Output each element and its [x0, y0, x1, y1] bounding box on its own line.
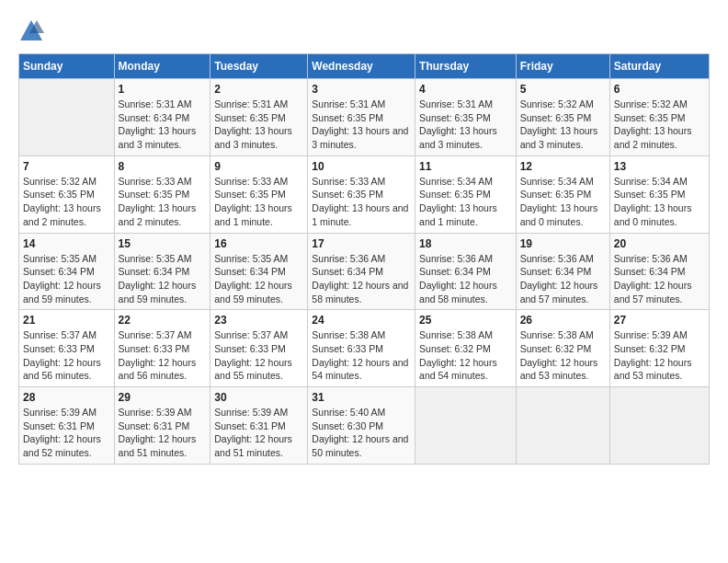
- cell-info: Sunrise: 5:34 AMSunset: 6:35 PMDaylight:…: [419, 175, 512, 229]
- calendar-cell: 21Sunrise: 5:37 AMSunset: 6:33 PMDayligh…: [19, 310, 115, 387]
- calendar-header-wednesday: Wednesday: [308, 54, 415, 79]
- logo-icon: [18, 18, 44, 44]
- page-header: [18, 18, 710, 44]
- cell-info: Sunrise: 5:36 AMSunset: 6:34 PMDaylight:…: [419, 252, 512, 306]
- cell-day-number: 20: [614, 237, 705, 250]
- calendar-cell: 5Sunrise: 5:32 AMSunset: 6:35 PMDaylight…: [516, 79, 609, 156]
- calendar-cell: 4Sunrise: 5:31 AMSunset: 6:35 PMDaylight…: [415, 79, 517, 156]
- cell-info: Sunrise: 5:34 AMSunset: 6:35 PMDaylight:…: [614, 175, 705, 229]
- calendar-cell: [415, 387, 517, 465]
- calendar-week-row: 28Sunrise: 5:39 AMSunset: 6:31 PMDayligh…: [19, 387, 710, 465]
- cell-info: Sunrise: 5:38 AMSunset: 6:33 PMDaylight:…: [312, 328, 411, 383]
- cell-day-number: 11: [419, 160, 512, 173]
- cell-day-number: 17: [312, 237, 411, 250]
- calendar-cell: 2Sunrise: 5:31 AMSunset: 6:35 PMDaylight…: [210, 79, 308, 156]
- cell-info: Sunrise: 5:37 AMSunset: 6:33 PMDaylight:…: [214, 328, 303, 383]
- cell-day-number: 27: [614, 314, 705, 327]
- calendar-cell: 23Sunrise: 5:37 AMSunset: 6:33 PMDayligh…: [210, 310, 308, 387]
- cell-info: Sunrise: 5:33 AMSunset: 6:35 PMDaylight:…: [214, 175, 303, 229]
- calendar-cell: [19, 79, 115, 156]
- calendar-cell: 28Sunrise: 5:39 AMSunset: 6:31 PMDayligh…: [19, 387, 115, 465]
- cell-info: Sunrise: 5:32 AMSunset: 6:35 PMDaylight:…: [23, 175, 110, 229]
- cell-day-number: 10: [312, 160, 411, 173]
- cell-info: Sunrise: 5:40 AMSunset: 6:30 PMDaylight:…: [312, 406, 411, 460]
- cell-day-number: 4: [419, 83, 512, 96]
- cell-day-number: 6: [614, 83, 705, 96]
- cell-info: Sunrise: 5:38 AMSunset: 6:32 PMDaylight:…: [520, 328, 606, 383]
- calendar-cell: [609, 387, 709, 465]
- cell-day-number: 30: [214, 391, 303, 404]
- cell-day-number: 5: [520, 83, 606, 96]
- calendar-cell: 16Sunrise: 5:35 AMSunset: 6:34 PMDayligh…: [210, 233, 308, 310]
- calendar-cell: 29Sunrise: 5:39 AMSunset: 6:31 PMDayligh…: [114, 387, 210, 465]
- cell-day-number: 21: [23, 314, 110, 327]
- calendar-week-row: 1Sunrise: 5:31 AMSunset: 6:34 PMDaylight…: [19, 79, 710, 156]
- calendar-cell: 26Sunrise: 5:38 AMSunset: 6:32 PMDayligh…: [516, 310, 609, 387]
- cell-day-number: 23: [214, 314, 303, 327]
- cell-info: Sunrise: 5:38 AMSunset: 6:32 PMDaylight:…: [419, 328, 512, 383]
- calendar-cell: 30Sunrise: 5:39 AMSunset: 6:31 PMDayligh…: [210, 387, 308, 465]
- cell-day-number: 19: [520, 237, 606, 250]
- cell-info: Sunrise: 5:36 AMSunset: 6:34 PMDaylight:…: [614, 252, 705, 306]
- cell-day-number: 18: [419, 237, 512, 250]
- calendar-cell: 8Sunrise: 5:33 AMSunset: 6:35 PMDaylight…: [114, 155, 210, 233]
- calendar-week-row: 21Sunrise: 5:37 AMSunset: 6:33 PMDayligh…: [19, 310, 710, 387]
- calendar-week-row: 14Sunrise: 5:35 AMSunset: 6:34 PMDayligh…: [19, 233, 710, 310]
- calendar-cell: 11Sunrise: 5:34 AMSunset: 6:35 PMDayligh…: [415, 155, 517, 233]
- cell-info: Sunrise: 5:31 AMSunset: 6:35 PMDaylight:…: [312, 98, 411, 152]
- calendar-cell: 7Sunrise: 5:32 AMSunset: 6:35 PMDaylight…: [19, 155, 115, 233]
- calendar-header-tuesday: Tuesday: [210, 54, 308, 79]
- calendar-cell: 9Sunrise: 5:33 AMSunset: 6:35 PMDaylight…: [210, 155, 308, 233]
- calendar-cell: [516, 387, 609, 465]
- calendar-cell: 14Sunrise: 5:35 AMSunset: 6:34 PMDayligh…: [19, 233, 115, 310]
- cell-info: Sunrise: 5:39 AMSunset: 6:31 PMDaylight:…: [214, 406, 303, 460]
- cell-info: Sunrise: 5:32 AMSunset: 6:35 PMDaylight:…: [520, 98, 606, 152]
- cell-day-number: 28: [23, 391, 110, 404]
- cell-day-number: 8: [119, 160, 207, 173]
- calendar-cell: 13Sunrise: 5:34 AMSunset: 6:35 PMDayligh…: [609, 155, 709, 233]
- cell-info: Sunrise: 5:33 AMSunset: 6:35 PMDaylight:…: [312, 175, 411, 229]
- cell-info: Sunrise: 5:36 AMSunset: 6:34 PMDaylight:…: [520, 252, 606, 306]
- cell-day-number: 13: [614, 160, 705, 173]
- cell-day-number: 16: [214, 237, 303, 250]
- calendar-cell: 12Sunrise: 5:34 AMSunset: 6:35 PMDayligh…: [516, 155, 609, 233]
- cell-day-number: 14: [23, 237, 110, 250]
- calendar-cell: 18Sunrise: 5:36 AMSunset: 6:34 PMDayligh…: [415, 233, 517, 310]
- cell-day-number: 3: [312, 83, 411, 96]
- cell-info: Sunrise: 5:37 AMSunset: 6:33 PMDaylight:…: [23, 328, 110, 383]
- cell-info: Sunrise: 5:35 AMSunset: 6:34 PMDaylight:…: [23, 252, 110, 306]
- calendar-cell: 25Sunrise: 5:38 AMSunset: 6:32 PMDayligh…: [415, 310, 517, 387]
- cell-info: Sunrise: 5:39 AMSunset: 6:32 PMDaylight:…: [614, 328, 705, 383]
- calendar-cell: 3Sunrise: 5:31 AMSunset: 6:35 PMDaylight…: [308, 79, 415, 156]
- cell-day-number: 26: [520, 314, 606, 327]
- cell-day-number: 22: [119, 314, 207, 327]
- cell-info: Sunrise: 5:39 AMSunset: 6:31 PMDaylight:…: [119, 406, 207, 460]
- calendar-header-monday: Monday: [114, 54, 210, 79]
- cell-info: Sunrise: 5:33 AMSunset: 6:35 PMDaylight:…: [119, 175, 207, 229]
- calendar-cell: 17Sunrise: 5:36 AMSunset: 6:34 PMDayligh…: [308, 233, 415, 310]
- cell-info: Sunrise: 5:37 AMSunset: 6:33 PMDaylight:…: [119, 328, 207, 383]
- cell-day-number: 29: [119, 391, 207, 404]
- calendar-cell: 20Sunrise: 5:36 AMSunset: 6:34 PMDayligh…: [609, 233, 709, 310]
- cell-day-number: 31: [312, 391, 411, 404]
- calendar-week-row: 7Sunrise: 5:32 AMSunset: 6:35 PMDaylight…: [19, 155, 710, 233]
- calendar-header-thursday: Thursday: [415, 54, 517, 79]
- cell-day-number: 1: [119, 83, 207, 96]
- calendar-header-saturday: Saturday: [609, 54, 709, 79]
- calendar-cell: 10Sunrise: 5:33 AMSunset: 6:35 PMDayligh…: [308, 155, 415, 233]
- cell-info: Sunrise: 5:32 AMSunset: 6:35 PMDaylight:…: [614, 98, 705, 152]
- cell-day-number: 2: [214, 83, 303, 96]
- cell-info: Sunrise: 5:34 AMSunset: 6:35 PMDaylight:…: [520, 175, 606, 229]
- cell-day-number: 7: [23, 160, 110, 173]
- calendar-table: SundayMondayTuesdayWednesdayThursdayFrid…: [18, 53, 710, 465]
- cell-day-number: 24: [312, 314, 411, 327]
- calendar-cell: 1Sunrise: 5:31 AMSunset: 6:34 PMDaylight…: [114, 79, 210, 156]
- cell-info: Sunrise: 5:31 AMSunset: 6:35 PMDaylight:…: [419, 98, 512, 152]
- calendar-cell: 27Sunrise: 5:39 AMSunset: 6:32 PMDayligh…: [609, 310, 709, 387]
- logo: [18, 18, 48, 44]
- calendar-header-row: SundayMondayTuesdayWednesdayThursdayFrid…: [19, 54, 710, 79]
- cell-info: Sunrise: 5:31 AMSunset: 6:34 PMDaylight:…: [119, 98, 207, 152]
- cell-day-number: 9: [214, 160, 303, 173]
- cell-day-number: 15: [119, 237, 207, 250]
- cell-info: Sunrise: 5:35 AMSunset: 6:34 PMDaylight:…: [214, 252, 303, 306]
